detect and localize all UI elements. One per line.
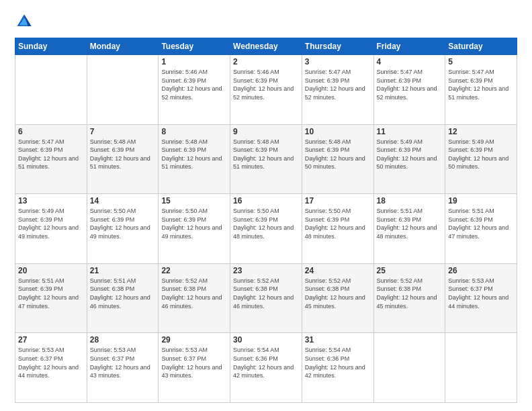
day-number: 11	[377, 127, 443, 136]
day-info: Sunrise: 5:46 AMSunset: 6:39 PMDaylight:…	[161, 68, 227, 101]
table-cell: 2Sunrise: 5:46 AMSunset: 6:39 PMDaylight…	[230, 55, 302, 125]
day-number: 25	[377, 266, 443, 275]
day-info: Sunrise: 5:47 AMSunset: 6:39 PMDaylight:…	[448, 68, 514, 101]
day-info: Sunrise: 5:53 AMSunset: 6:37 PMDaylight:…	[161, 346, 227, 379]
table-cell	[15, 55, 87, 125]
table-cell: 24Sunrise: 5:52 AMSunset: 6:38 PMDayligh…	[302, 263, 373, 333]
day-number: 24	[305, 266, 371, 275]
day-number: 20	[18, 266, 84, 275]
table-cell: 20Sunrise: 5:51 AMSunset: 6:39 PMDayligh…	[15, 263, 87, 333]
day-info: Sunrise: 5:51 AMSunset: 6:38 PMDaylight:…	[90, 277, 156, 310]
day-number: 5	[448, 57, 514, 66]
day-number: 28	[90, 335, 156, 345]
day-info: Sunrise: 5:54 AMSunset: 6:36 PMDaylight:…	[233, 346, 299, 379]
col-friday: Friday	[373, 38, 445, 55]
day-info: Sunrise: 5:52 AMSunset: 6:38 PMDaylight:…	[233, 277, 299, 310]
calendar-week-row: 6Sunrise: 5:47 AMSunset: 6:39 PMDaylight…	[15, 124, 517, 194]
logo	[15, 12, 36, 31]
table-cell: 19Sunrise: 5:51 AMSunset: 6:39 PMDayligh…	[445, 194, 517, 264]
table-cell: 27Sunrise: 5:53 AMSunset: 6:37 PMDayligh…	[15, 333, 87, 403]
day-info: Sunrise: 5:49 AMSunset: 6:39 PMDaylight:…	[377, 138, 443, 171]
day-info: Sunrise: 5:50 AMSunset: 6:39 PMDaylight:…	[90, 207, 156, 240]
day-number: 6	[18, 127, 84, 136]
day-number: 1	[161, 57, 227, 66]
day-info: Sunrise: 5:46 AMSunset: 6:39 PMDaylight:…	[233, 68, 299, 101]
day-number: 14	[90, 196, 156, 205]
day-info: Sunrise: 5:48 AMSunset: 6:39 PMDaylight:…	[233, 138, 299, 171]
day-number: 2	[233, 57, 299, 66]
day-info: Sunrise: 5:49 AMSunset: 6:39 PMDaylight:…	[448, 138, 514, 171]
day-number: 16	[233, 196, 299, 205]
day-info: Sunrise: 5:47 AMSunset: 6:39 PMDaylight:…	[18, 138, 84, 171]
day-number: 29	[161, 335, 227, 345]
table-cell: 18Sunrise: 5:51 AMSunset: 6:39 PMDayligh…	[373, 194, 445, 264]
table-cell: 29Sunrise: 5:53 AMSunset: 6:37 PMDayligh…	[159, 333, 230, 403]
table-cell: 1Sunrise: 5:46 AMSunset: 6:39 PMDaylight…	[159, 55, 230, 125]
col-tuesday: Tuesday	[159, 38, 230, 55]
day-number: 31	[305, 335, 371, 345]
calendar-week-row: 1Sunrise: 5:46 AMSunset: 6:39 PMDaylight…	[15, 55, 517, 125]
day-info: Sunrise: 5:53 AMSunset: 6:37 PMDaylight:…	[18, 346, 84, 379]
table-cell	[373, 333, 445, 403]
day-number: 13	[18, 196, 84, 205]
day-number: 7	[90, 127, 156, 136]
day-number: 3	[305, 57, 371, 66]
page: Sunday Monday Tuesday Wednesday Thursday…	[0, 0, 532, 411]
table-cell: 31Sunrise: 5:54 AMSunset: 6:36 PMDayligh…	[302, 333, 373, 403]
calendar-week-row: 20Sunrise: 5:51 AMSunset: 6:39 PMDayligh…	[15, 263, 517, 333]
col-sunday: Sunday	[15, 38, 87, 55]
day-number: 4	[377, 57, 443, 66]
day-info: Sunrise: 5:50 AMSunset: 6:39 PMDaylight:…	[305, 207, 371, 240]
day-info: Sunrise: 5:51 AMSunset: 6:39 PMDaylight:…	[377, 207, 443, 240]
day-info: Sunrise: 5:48 AMSunset: 6:39 PMDaylight:…	[90, 138, 156, 171]
col-wednesday: Wednesday	[230, 38, 302, 55]
day-number: 22	[161, 266, 227, 275]
table-cell: 12Sunrise: 5:49 AMSunset: 6:39 PMDayligh…	[445, 124, 517, 194]
table-cell: 30Sunrise: 5:54 AMSunset: 6:36 PMDayligh…	[230, 333, 302, 403]
table-cell: 17Sunrise: 5:50 AMSunset: 6:39 PMDayligh…	[302, 194, 373, 264]
day-number: 21	[90, 266, 156, 275]
day-number: 23	[233, 266, 299, 275]
day-number: 10	[305, 127, 371, 136]
day-info: Sunrise: 5:50 AMSunset: 6:39 PMDaylight:…	[161, 207, 227, 240]
table-cell: 15Sunrise: 5:50 AMSunset: 6:39 PMDayligh…	[159, 194, 230, 264]
day-number: 18	[377, 196, 443, 205]
col-thursday: Thursday	[302, 38, 373, 55]
col-monday: Monday	[87, 38, 159, 55]
table-cell: 28Sunrise: 5:53 AMSunset: 6:37 PMDayligh…	[87, 333, 159, 403]
table-cell: 21Sunrise: 5:51 AMSunset: 6:38 PMDayligh…	[87, 263, 159, 333]
table-cell: 8Sunrise: 5:48 AMSunset: 6:39 PMDaylight…	[159, 124, 230, 194]
table-cell: 26Sunrise: 5:53 AMSunset: 6:37 PMDayligh…	[445, 263, 517, 333]
day-info: Sunrise: 5:52 AMSunset: 6:38 PMDaylight:…	[377, 277, 443, 310]
table-cell: 10Sunrise: 5:48 AMSunset: 6:39 PMDayligh…	[302, 124, 373, 194]
table-cell: 11Sunrise: 5:49 AMSunset: 6:39 PMDayligh…	[373, 124, 445, 194]
table-cell: 16Sunrise: 5:50 AMSunset: 6:39 PMDayligh…	[230, 194, 302, 264]
table-cell: 5Sunrise: 5:47 AMSunset: 6:39 PMDaylight…	[445, 55, 517, 125]
day-info: Sunrise: 5:54 AMSunset: 6:36 PMDaylight:…	[305, 346, 371, 379]
table-cell: 13Sunrise: 5:49 AMSunset: 6:39 PMDayligh…	[15, 194, 87, 264]
table-cell: 7Sunrise: 5:48 AMSunset: 6:39 PMDaylight…	[87, 124, 159, 194]
calendar-table: Sunday Monday Tuesday Wednesday Thursday…	[15, 38, 517, 403]
day-number: 19	[448, 196, 514, 205]
table-cell: 4Sunrise: 5:47 AMSunset: 6:39 PMDaylight…	[373, 55, 445, 125]
table-cell: 23Sunrise: 5:52 AMSunset: 6:38 PMDayligh…	[230, 263, 302, 333]
day-info: Sunrise: 5:48 AMSunset: 6:39 PMDaylight:…	[161, 138, 227, 171]
header	[15, 12, 517, 31]
table-cell: 22Sunrise: 5:52 AMSunset: 6:38 PMDayligh…	[159, 263, 230, 333]
day-number: 12	[448, 127, 514, 136]
day-info: Sunrise: 5:50 AMSunset: 6:39 PMDaylight:…	[233, 207, 299, 240]
table-cell: 9Sunrise: 5:48 AMSunset: 6:39 PMDaylight…	[230, 124, 302, 194]
table-cell	[445, 333, 517, 403]
calendar-week-row: 27Sunrise: 5:53 AMSunset: 6:37 PMDayligh…	[15, 333, 517, 403]
day-number: 17	[305, 196, 371, 205]
day-number: 15	[161, 196, 227, 205]
calendar-header-row: Sunday Monday Tuesday Wednesday Thursday…	[15, 38, 517, 55]
day-info: Sunrise: 5:47 AMSunset: 6:39 PMDaylight:…	[377, 68, 443, 101]
day-info: Sunrise: 5:51 AMSunset: 6:39 PMDaylight:…	[448, 207, 514, 240]
table-cell: 14Sunrise: 5:50 AMSunset: 6:39 PMDayligh…	[87, 194, 159, 264]
day-info: Sunrise: 5:52 AMSunset: 6:38 PMDaylight:…	[161, 277, 227, 310]
day-info: Sunrise: 5:53 AMSunset: 6:37 PMDaylight:…	[90, 346, 156, 379]
day-info: Sunrise: 5:52 AMSunset: 6:38 PMDaylight:…	[305, 277, 371, 310]
day-number: 8	[161, 127, 227, 136]
day-info: Sunrise: 5:51 AMSunset: 6:39 PMDaylight:…	[18, 277, 84, 310]
